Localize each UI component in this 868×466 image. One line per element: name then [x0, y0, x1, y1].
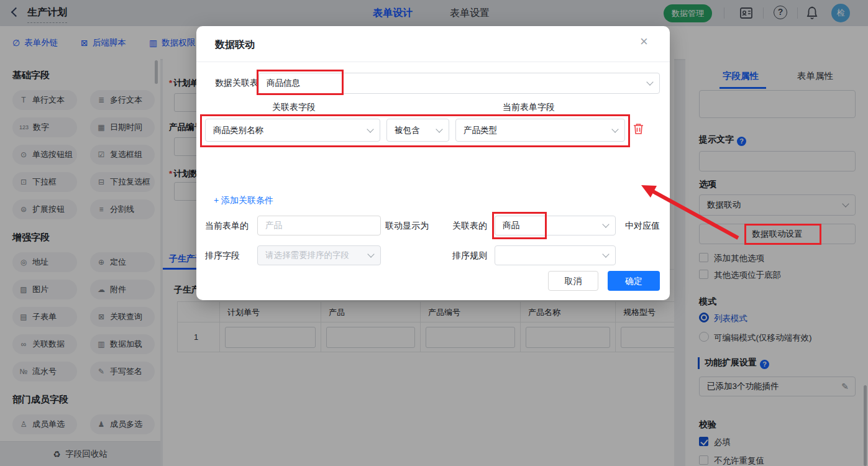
chevron-down-icon	[367, 126, 373, 132]
relation-value-select[interactable]: 商品	[495, 216, 616, 235]
divider	[196, 62, 670, 62]
value-suffix-label: 中对应值	[625, 221, 660, 232]
sort-rule-select[interactable]	[495, 245, 616, 265]
column-header-current-field: 当前表单字段	[503, 102, 555, 113]
chevron-down-icon	[611, 126, 618, 132]
current-form-label: 当前表单的	[205, 221, 249, 232]
chevron-down-icon	[646, 78, 653, 85]
current-field-select[interactable]: 产品类型	[455, 119, 625, 142]
column-header-relation-field: 关联表字段	[272, 102, 316, 113]
relation-of-label: 关联表的	[452, 221, 487, 232]
operator-select[interactable]: 被包含	[386, 119, 449, 142]
current-form-field-input[interactable]: 产品	[257, 216, 381, 235]
add-condition-link[interactable]: + 添加关联条件	[214, 195, 273, 206]
chevron-down-icon	[367, 250, 374, 257]
sort-field-label: 排序字段	[205, 250, 240, 262]
chevron-down-icon	[602, 250, 609, 257]
sort-field-select[interactable]: 请选择需要排序的字段	[257, 245, 381, 265]
relation-field-select[interactable]: 商品类别名称	[205, 119, 380, 142]
trash-icon[interactable]	[633, 122, 644, 135]
relation-table-label: 数据关联表	[215, 78, 258, 89]
chevron-down-icon	[436, 126, 442, 132]
close-icon[interactable]: ×	[640, 34, 648, 50]
relation-table-select[interactable]: 商品信息	[258, 73, 660, 94]
cancel-button[interactable]: 取消	[548, 271, 598, 291]
modal-title: 数据联动	[215, 39, 255, 52]
sort-rule-label: 排序规则	[452, 250, 487, 262]
chevron-down-icon	[602, 221, 609, 227]
link-display-label: 联动显示为	[385, 221, 429, 232]
confirm-button[interactable]: 确定	[608, 271, 660, 291]
app-root: 生产计划 表单设计 表单设置 数据管理 ? 检 ∅ 表单外链 ⊠ 后端脚本	[0, 0, 868, 466]
data-linkage-modal: 数据联动 × 数据关联表 商品信息 关联表字段 当前表单字段 商品类别名称 被包…	[196, 26, 670, 300]
